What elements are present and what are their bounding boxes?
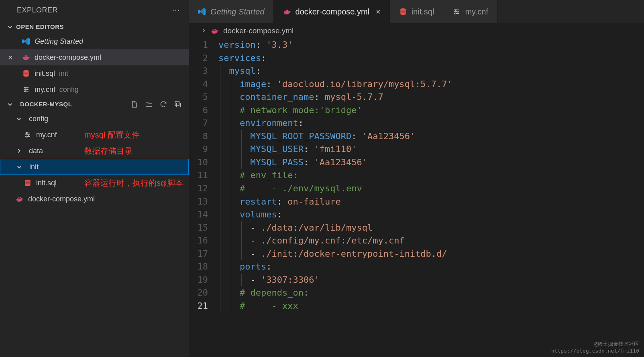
- code-line[interactable]: MYSQL_ROOT_PASSWORD: 'Aa123456': [218, 130, 644, 143]
- editor-tabs: Getting Starteddocker-compose.yml×init.s…: [189, 0, 644, 23]
- code-line[interactable]: MYSQL_USER: 'fmi110': [218, 143, 644, 156]
- line-number[interactable]: 13: [197, 195, 208, 209]
- code-line[interactable]: environment:: [218, 117, 644, 130]
- file-item[interactable]: init.sql容器运行时，执行的sql脚本: [0, 175, 189, 191]
- line-number[interactable]: 16: [197, 234, 208, 247]
- svg-point-36: [400, 8, 406, 10]
- svg-point-22: [28, 134, 29, 136]
- svg-point-12: [24, 91, 26, 92]
- editor-tab[interactable]: docker-compose.yml×: [274, 0, 390, 23]
- code-line[interactable]: image: 'daocloud.io/library/mysql:5.7.7': [218, 78, 644, 91]
- code-line[interactable]: MYSQL_PASS: 'Aa123456': [218, 156, 644, 169]
- annotation: 数据存储目录: [84, 146, 132, 156]
- svg-rect-35: [287, 10, 288, 11]
- file-item[interactable]: my.cnfmysql 配置文件: [0, 127, 189, 143]
- line-number[interactable]: 18: [197, 260, 208, 274]
- code-line[interactable]: - ./init:/docker-entrypoint-initdb.d/: [218, 247, 644, 261]
- new-file-icon[interactable]: [130, 100, 139, 109]
- line-number[interactable]: 7: [197, 117, 208, 130]
- svg-point-21: [26, 132, 27, 134]
- new-folder-icon[interactable]: [145, 100, 153, 109]
- code-line[interactable]: version: '3.3': [218, 39, 644, 52]
- line-number[interactable]: 6: [197, 104, 208, 117]
- collapse-all-icon[interactable]: [173, 100, 182, 109]
- chevron-down-icon[interactable]: [16, 164, 23, 170]
- file-item[interactable]: docker-compose.yml: [0, 191, 189, 207]
- svg-rect-30: [20, 197, 21, 198]
- svg-point-43: [455, 13, 457, 14]
- line-number[interactable]: 1: [197, 39, 208, 52]
- line-number[interactable]: 17: [197, 247, 208, 261]
- code-line[interactable]: services:: [218, 52, 644, 65]
- line-number[interactable]: 19: [197, 274, 208, 287]
- open-editor-item[interactable]: ×docker-compose.yml: [0, 49, 189, 65]
- docker-icon: [210, 26, 219, 35]
- line-number[interactable]: 3: [197, 65, 208, 78]
- folder-item[interactable]: init: [0, 159, 189, 175]
- svg-rect-17: [177, 103, 181, 107]
- file-tree: configmy.cnfmysql 配置文件data数据存储目录initinit…: [0, 111, 189, 207]
- tab-label: Getting Started: [210, 7, 265, 16]
- code-line[interactable]: # - ./env/mysql.env: [218, 182, 644, 195]
- chevron-right-icon[interactable]: [15, 148, 22, 154]
- code-line[interactable]: # depends_on:: [218, 286, 644, 300]
- tab-label: init.sql: [412, 7, 434, 16]
- line-number[interactable]: 10: [197, 156, 208, 169]
- tab-label: docker-compose.yml: [296, 7, 370, 16]
- tab-label: my.cnf: [465, 7, 488, 16]
- folder-item[interactable]: data数据存储目录: [0, 143, 189, 159]
- svg-point-41: [455, 9, 457, 10]
- chevron-down-icon[interactable]: [15, 116, 22, 122]
- line-number[interactable]: 21: [197, 300, 208, 313]
- code-line[interactable]: restart: on-failure: [218, 195, 644, 209]
- svg-rect-48: [215, 29, 216, 30]
- code-line[interactable]: # network_mode:'bridge': [218, 104, 644, 117]
- breadcrumb[interactable]: docker-compose.yml: [189, 23, 644, 39]
- editor-area: Getting Starteddocker-compose.yml×init.s…: [189, 0, 644, 357]
- close-icon[interactable]: ×: [8, 53, 13, 62]
- open-editors-section[interactable]: OPEN EDITORS: [0, 20, 189, 33]
- code-line[interactable]: mysql:: [218, 65, 644, 78]
- editor-tab[interactable]: init.sql: [390, 0, 444, 23]
- tree-label: data: [29, 147, 43, 155]
- svg-point-37: [400, 11, 406, 13]
- close-icon[interactable]: ×: [376, 7, 381, 16]
- chevron-down-icon: [6, 101, 14, 107]
- code-line[interactable]: # env_file:: [218, 169, 644, 182]
- line-number[interactable]: 11: [197, 169, 208, 182]
- more-actions-icon[interactable]: ···: [172, 5, 180, 15]
- line-number-gutter: 123456789101112131415161718192021: [189, 39, 218, 357]
- open-editor-item[interactable]: my.cnfconfig: [0, 81, 189, 97]
- line-number[interactable]: 20: [197, 286, 208, 300]
- svg-point-5: [23, 70, 29, 72]
- code-line[interactable]: - ./config/my.cnf:/etc/my.cnf: [218, 234, 644, 247]
- code-line[interactable]: # - xxx: [218, 300, 644, 313]
- line-number[interactable]: 15: [197, 221, 208, 235]
- code-line[interactable]: - ./data:/var/lib/mysql: [218, 221, 644, 235]
- code-content[interactable]: version: '3.3'services: mysql: image: 'd…: [218, 39, 644, 357]
- svg-rect-34: [285, 10, 287, 11]
- code-line[interactable]: - '3307:3306': [218, 274, 644, 287]
- editor-tab[interactable]: Getting Started: [189, 0, 274, 23]
- open-editor-item[interactable]: init.sqlinit: [0, 65, 189, 81]
- refresh-icon[interactable]: [159, 100, 168, 109]
- project-section[interactable]: DOCKER-MYSQL: [0, 97, 189, 111]
- folder-item[interactable]: config: [0, 111, 189, 127]
- line-number[interactable]: 4: [197, 78, 208, 91]
- line-number[interactable]: 12: [197, 182, 208, 195]
- open-editor-item[interactable]: Getting Started: [0, 33, 189, 49]
- open-editor-label: init.sql: [35, 69, 55, 78]
- line-number[interactable]: 5: [197, 91, 208, 104]
- editor-tab[interactable]: my.cnf: [443, 0, 497, 23]
- code-line[interactable]: container_name: mysql-5.7.7: [218, 91, 644, 104]
- line-number[interactable]: 14: [197, 208, 208, 221]
- line-number[interactable]: 8: [197, 130, 208, 143]
- code-line[interactable]: volumes:: [218, 208, 644, 221]
- code-line[interactable]: ports:: [218, 260, 644, 274]
- tree-label: config: [29, 115, 48, 123]
- code-editor[interactable]: 123456789101112131415161718192021 versio…: [189, 39, 644, 357]
- line-number[interactable]: 2: [197, 52, 208, 65]
- line-number[interactable]: 9: [197, 143, 208, 156]
- open-editors-label: OPEN EDITORS: [16, 23, 64, 30]
- db-icon: [23, 178, 32, 187]
